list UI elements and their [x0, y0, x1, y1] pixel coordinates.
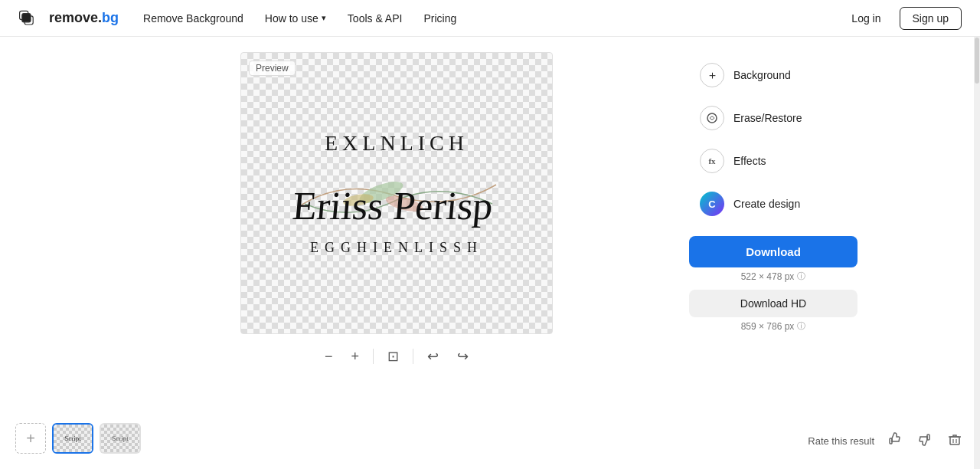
hd-size: 859 × 786 px ⓘ [689, 320, 858, 332]
svg-point-7 [707, 113, 717, 123]
download-hd-button[interactable]: Download HD [689, 290, 858, 317]
thumbnail-2[interactable]: Script [100, 423, 141, 454]
download-info-icon[interactable]: ⓘ [797, 271, 805, 282]
add-thumbnail-button[interactable]: + [15, 423, 46, 454]
background-label: Background [733, 69, 791, 81]
zoom-in-button[interactable]: + [347, 346, 364, 368]
toolbar-divider-2 [413, 349, 413, 364]
thumbs-up-button[interactable] [884, 428, 905, 454]
download-button[interactable]: Download [689, 236, 858, 267]
zoom-out-button[interactable]: − [320, 346, 338, 368]
effects-icon: fx [700, 149, 724, 173]
canvas-container: Preview Exlnlich Eriiss Perisp [122, 52, 671, 368]
thumbs-down-button[interactable] [914, 428, 936, 454]
erase-restore-icon [700, 106, 724, 130]
thumbnail-1[interactable]: Script [52, 423, 93, 454]
create-design-label: Create design [733, 198, 800, 210]
sidebar-item-create-design[interactable]: C Create design [689, 184, 858, 224]
fit-button[interactable]: ⊡ [383, 345, 403, 368]
svg-rect-2 [22, 13, 31, 21]
logo-link[interactable]: remove.bg [18, 6, 119, 31]
chevron-down-icon: ▾ [322, 13, 326, 23]
rate-section: Rate this result [808, 428, 965, 454]
toolbar-divider-1 [373, 349, 374, 364]
thumbs-up-icon [887, 431, 902, 447]
logo-text: remove.bg [49, 10, 119, 26]
sidebar-item-erase-restore[interactable]: Erase/Restore [689, 98, 858, 138]
scrollbar-track [974, 37, 980, 469]
effects-label: Effects [733, 155, 766, 167]
nav-links: Remove Background How to use ▾ Tools & A… [143, 12, 818, 25]
undo-button[interactable]: ↩ [423, 345, 443, 368]
navbar: remove.bg Remove Background How to use ▾… [0, 0, 980, 37]
svg-rect-10 [950, 437, 959, 444]
sidebar: ＋ Background Erase/Restore fx Effects [689, 52, 858, 224]
logo-icon [18, 6, 43, 31]
canvas-toolbar: − + ⊡ ↩ ↪ [320, 345, 473, 368]
nav-actions: Log in Sign up [842, 7, 962, 30]
thumbs-down-icon [917, 431, 933, 447]
login-button[interactable]: Log in [842, 8, 890, 29]
delete-button[interactable] [945, 430, 965, 453]
svg-text:Eriiss Perisp: Eriiss Perisp [291, 184, 495, 228]
hd-info-icon[interactable]: ⓘ [797, 320, 805, 332]
calligraphy-footer: Egghienlissh [310, 240, 483, 256]
main-area: Preview Exlnlich Eriiss Perisp [0, 37, 980, 469]
canvas-frame: Preview Exlnlich Eriiss Perisp [240, 52, 553, 334]
download-section: Download 522 × 478 px ⓘ Download HD 859 … [689, 236, 858, 332]
canvas-image: Exlnlich Eriiss Perisp Egghienlissh [241, 53, 552, 333]
calligraphy-title: Exlnlich [325, 131, 469, 156]
background-icon: ＋ [700, 63, 724, 87]
nav-how-to-use[interactable]: How to use ▾ [265, 12, 326, 25]
rate-label: Rate this result [808, 435, 874, 447]
scrollbar-thumb[interactable] [975, 38, 979, 84]
content-row: Preview Exlnlich Eriiss Perisp [122, 52, 858, 368]
download-size: 522 × 478 px ⓘ [689, 271, 858, 282]
preview-badge: Preview [249, 61, 296, 76]
calligraphy-leaves-svg: Eriiss Perisp [282, 162, 511, 231]
redo-button[interactable]: ↪ [452, 345, 473, 368]
canva-icon: C [700, 192, 724, 216]
bottom-thumbnails: + Script Script [15, 423, 141, 454]
signup-button[interactable]: Sign up [900, 7, 962, 30]
svg-rect-9 [927, 435, 929, 440]
nav-pricing[interactable]: Pricing [423, 12, 456, 25]
nav-remove-background[interactable]: Remove Background [143, 12, 243, 25]
sidebar-item-effects[interactable]: fx Effects [689, 141, 858, 181]
right-panel: ＋ Background Erase/Restore fx Effects [689, 52, 858, 332]
sidebar-item-background[interactable]: ＋ Background [689, 55, 858, 95]
svg-rect-8 [890, 438, 892, 444]
trash-icon [948, 433, 962, 447]
erase-restore-label: Erase/Restore [733, 112, 802, 124]
nav-tools-api[interactable]: Tools & API [348, 12, 403, 25]
